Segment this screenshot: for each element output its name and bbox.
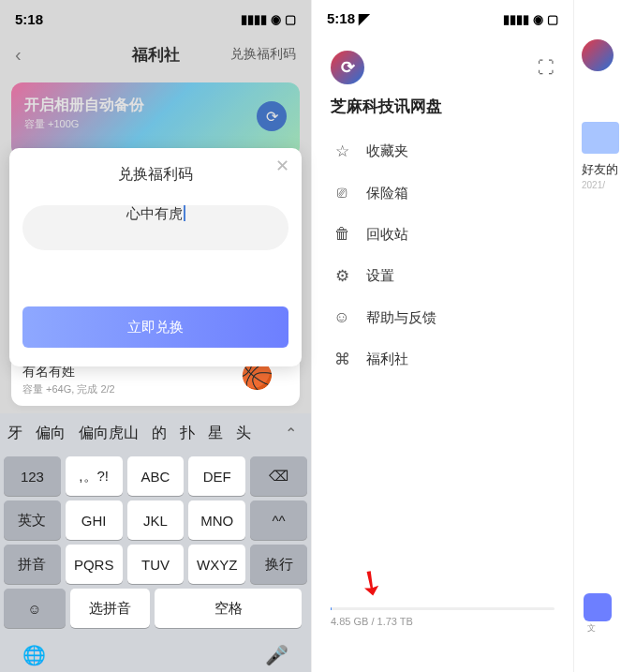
key-mno[interactable]: MNO — [188, 500, 245, 540]
menu-label: 收藏夹 — [366, 142, 408, 160]
status-indicators: ▮▮▮▮ ◉ ▢ — [241, 12, 296, 26]
folder-label: 好友的 — [582, 161, 621, 178]
key-tuv[interactable]: TUV — [127, 545, 185, 584]
page-title: 福利社 — [132, 44, 180, 66]
menu-label: 回收站 — [366, 226, 408, 244]
trash-icon: 🗑 — [333, 225, 351, 244]
menu-label: 保险箱 — [366, 185, 408, 202]
status-indicators: ▮▮▮▮ ◉ ▢ — [503, 12, 558, 26]
redeem-button[interactable]: 立即兑换 — [22, 306, 288, 348]
app-logo-icon — [582, 39, 614, 71]
storage-fill — [331, 607, 332, 610]
space-key[interactable]: 空格 — [155, 589, 302, 628]
redeem-modal: ✕ 兑换福利码 心中有虎 立即兑换 — [9, 148, 302, 366]
menu-settings[interactable]: ⚙ 设置 — [312, 255, 573, 297]
banner-title: 开启相册自动备份 — [24, 96, 287, 115]
safe-icon: ⎚ — [333, 184, 351, 202]
candidate[interactable]: 星 — [208, 424, 223, 443]
enter-key[interactable]: 换行 — [250, 545, 307, 584]
candidate[interactable]: 偏向虎山 — [79, 424, 139, 443]
keyboard: 牙 偏向 偏向虎山 的 扑 星 头 ⌃ 123 ,。?! ABC DEF ⌫ 英… — [0, 413, 311, 672]
app-title: 芝麻科技讯网盘 — [312, 90, 573, 130]
sync-icon: ⟳ — [257, 101, 287, 131]
expand-candidates-icon[interactable]: ⌃ — [277, 425, 303, 442]
storage-text: 4.85 GB / 1.73 TB — [331, 616, 554, 627]
redeem-code-link[interactable]: 兑换福利码 — [230, 46, 296, 63]
app-logo-icon: ⟳ — [331, 51, 364, 84]
drawer-header: ⟳ ⛶ — [312, 34, 573, 90]
battery-icon: ▢ — [285, 12, 296, 26]
key-pqrs[interactable]: PQRS — [66, 545, 123, 584]
close-icon[interactable]: ✕ — [272, 156, 292, 176]
key-caret[interactable]: ^^ — [250, 500, 307, 540]
status-time: 5:18 ◤ — [327, 10, 370, 27]
key-123[interactable]: 123 — [4, 456, 61, 496]
candidate[interactable]: 的 — [152, 424, 167, 443]
menu-label: 设置 — [366, 267, 394, 285]
wifi-icon: ◉ — [533, 12, 543, 26]
star-icon: ☆ — [333, 142, 351, 161]
signal-icon: ▮▮▮▮ — [241, 12, 267, 26]
storage-bar — [331, 607, 554, 610]
candidate[interactable]: 头 — [236, 424, 251, 443]
wifi-icon: ◉ — [271, 12, 281, 26]
storage-indicator[interactable]: 4.85 GB / 1.73 TB — [331, 607, 554, 627]
menu-trash[interactable]: 🗑 回收站 — [312, 214, 573, 255]
globe-icon[interactable]: 🌐 — [22, 644, 46, 666]
page-header: ‹ 福利社 兑换福利码 — [0, 34, 311, 75]
battery-icon: ▢ — [547, 12, 558, 26]
status-bar: 5:18 ◤ ▮▮▮▮ ◉ ▢ — [312, 0, 573, 34]
back-button[interactable]: ‹ — [15, 44, 22, 66]
transfer-label: 文 — [587, 622, 596, 635]
folder-date: 2021/ — [582, 180, 621, 190]
menu-safe[interactable]: ⎚ 保险箱 — [312, 172, 573, 214]
key-grid: 123 ,。?! ABC DEF ⌫ 英文 GHI JKL MNO ^^ 拼音 … — [0, 453, 311, 636]
mic-icon[interactable]: 🎤 — [265, 644, 288, 666]
screen-drawer: 5:18 ◤ ▮▮▮▮ ◉ ▢ ⟳ ⛶ 芝麻科技讯网盘 ☆ 收藏夹 ⎚ 保险箱 … — [311, 0, 573, 672]
key-wxyz[interactable]: WXYZ — [188, 545, 245, 584]
menu-welfare[interactable]: ⌘ 福利社 — [312, 338, 573, 381]
input-value: 心中有虎 — [126, 205, 185, 221]
status-bar: 5:18 ▮▮▮▮ ◉ ▢ — [0, 0, 311, 34]
menu-help[interactable]: ☺ 帮助与反馈 — [312, 297, 573, 338]
emoji-key[interactable]: ☺ — [4, 589, 66, 628]
gear-icon: ⚙ — [333, 266, 351, 286]
backspace-key[interactable]: ⌫ — [250, 456, 307, 496]
gift-icon: ⌘ — [333, 350, 351, 369]
keyboard-toolbar: 🌐 🎤 — [0, 636, 311, 672]
key-abc[interactable]: ABC — [127, 456, 185, 496]
key-jkl[interactable]: JKL — [127, 500, 185, 540]
key-punct[interactable]: ,。?! — [66, 456, 123, 496]
transfer-icon[interactable] — [584, 593, 612, 621]
key-ghi[interactable]: GHI — [66, 500, 123, 540]
scan-icon[interactable]: ⛶ — [538, 58, 554, 78]
code-input[interactable]: 心中有虎 — [22, 205, 288, 250]
location-icon: ◤ — [359, 10, 370, 26]
candidate[interactable]: 牙 — [7, 424, 22, 443]
select-pinyin-key[interactable]: 选拼音 — [70, 589, 150, 628]
screen-files-peek: 好友的 2021/ 文 — [573, 0, 621, 672]
key-def[interactable]: DEF — [188, 456, 245, 496]
screen-redeem: 5:18 ▮▮▮▮ ◉ ▢ ‹ 福利社 兑换福利码 开启相册自动备份 容量 +1… — [0, 0, 311, 672]
candidate[interactable]: 偏向 — [36, 424, 66, 443]
key-pinyin[interactable]: 拼音 — [4, 545, 61, 584]
menu-label: 帮助与反馈 — [366, 309, 436, 327]
annotation-arrow-icon: ➘ — [348, 559, 394, 607]
status-time: 5:18 — [15, 11, 43, 27]
menu-label: 福利社 — [366, 351, 408, 368]
menu-favorites[interactable]: ☆ 收藏夹 — [312, 130, 573, 172]
smile-icon: ☺ — [333, 308, 351, 327]
backup-banner[interactable]: 开启相册自动备份 容量 +100G ⟳ — [11, 82, 300, 157]
folder-icon[interactable] — [582, 122, 619, 154]
candidate-row: 牙 偏向 偏向虎山 的 扑 星 头 ⌃ — [0, 413, 311, 453]
key-english[interactable]: 英文 — [4, 500, 61, 540]
candidate[interactable]: 扑 — [180, 424, 195, 443]
modal-title: 兑换福利码 — [22, 165, 288, 185]
signal-icon: ▮▮▮▮ — [503, 12, 529, 26]
banner-subtitle: 容量 +100G — [24, 117, 287, 131]
